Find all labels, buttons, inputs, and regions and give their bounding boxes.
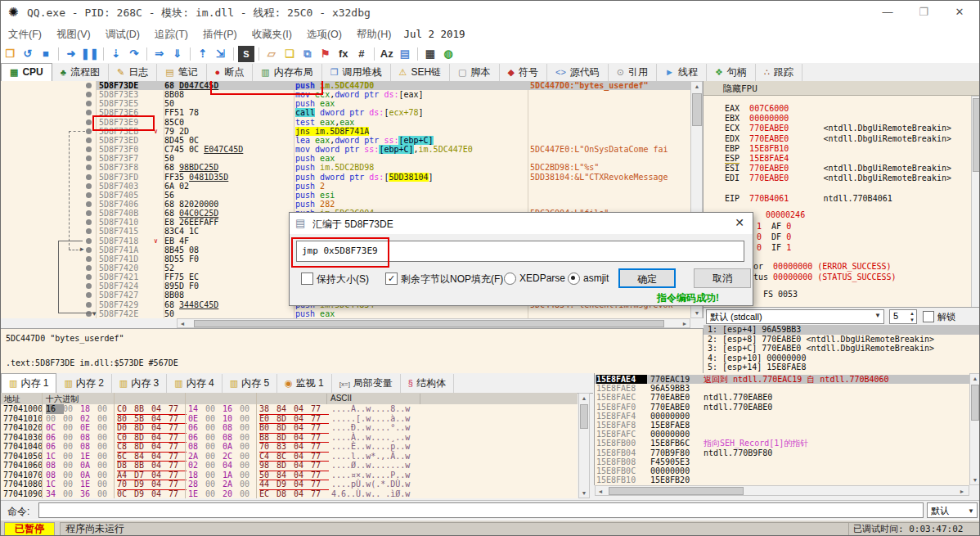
maximize-button[interactable]: ❐ (907, 1, 940, 24)
tab-内存 3[interactable]: ▥内存 3 (112, 374, 167, 393)
restart-icon[interactable]: ↺ (20, 46, 36, 62)
cancel-button[interactable]: 取消 (694, 268, 751, 288)
step-over-icon[interactable]: ↷ (126, 46, 142, 62)
disasm-row[interactable]: 5D8F73FDFF35 0481D35Dpush dword ptr ds:[… (97, 173, 690, 182)
notes-device-icon[interactable]: ▤ (397, 46, 413, 62)
scroll-thumb[interactable] (194, 320, 664, 327)
dump-row[interactable]: 7704104006000800C88D047708000A0070830477… (1, 442, 578, 452)
disasm-row[interactable]: 5D8F73F0C745 0C E047C45Dmov dword ptr ss… (97, 145, 690, 154)
disasm-row[interactable]: 5D8F740668 82020000push 282 (97, 200, 690, 209)
disasm-row[interactable]: 5D8F73F750push eax (97, 154, 690, 163)
calculator-icon[interactable]: ▦ (422, 46, 438, 62)
asmjit-radio[interactable] (568, 273, 580, 285)
step-into-icon[interactable]: ⇣ (108, 46, 124, 62)
dump-vertical-scrollbar[interactable]: ▲ ▼ (578, 393, 590, 498)
stack-row[interactable]: 15E8FAFC00000000 (595, 430, 969, 439)
argument-row[interactable]: 4: [esp+10] 00000000 (704, 354, 980, 363)
register-row[interactable]: EDI 770EABE0 <ntdll.DbgUiRemoteBreakin> (725, 173, 951, 183)
breakpoint-dot[interactable] (86, 228, 92, 234)
breakpoint-dot[interactable] (86, 292, 92, 298)
scroll-thumb[interactable] (971, 385, 979, 421)
breakpoint-dot[interactable] (86, 311, 92, 317)
disasm-row[interactable]: 5D8F73E38B08mov ecx,dword ptr ds:[eax] (97, 90, 690, 99)
hash-icon[interactable]: # (353, 46, 370, 62)
font-icon[interactable]: Az (379, 46, 395, 62)
tab-内存 2[interactable]: ▥内存 2 (56, 374, 111, 393)
scroll-left-icon[interactable]: ◄ (178, 320, 187, 328)
menu-item[interactable]: 选项(O) (299, 24, 349, 46)
function-icon[interactable]: fx (335, 46, 352, 62)
command-mode-select[interactable]: 默认 ▼ (927, 502, 978, 518)
tab-内存 4[interactable]: ▥内存 4 (167, 374, 222, 393)
globe-icon[interactable]: ◍ (440, 46, 456, 62)
scroll-thumb[interactable] (692, 93, 702, 126)
stack-row[interactable]: 15E8FB08F45905E3 (595, 457, 969, 466)
tab-断点[interactable]: ●断点 (207, 64, 254, 81)
script-s-icon[interactable]: S (238, 46, 254, 62)
ok-button[interactable]: 确定 (618, 268, 676, 288)
tab-脚本[interactable]: ▢脚本 (450, 64, 499, 81)
scroll-up-icon[interactable]: ▲ (579, 394, 589, 403)
disasm-row[interactable]: 5D8F73EB79 2D∨jns im.5D8F741A (97, 127, 690, 136)
dialog-close-icon[interactable]: ✕ (735, 216, 744, 229)
disasm-row[interactable]: 5D8F73ED8D45 0Clea eax,dword ptr ss:[ebp… (97, 136, 690, 145)
nop-fill-checkbox[interactable]: ✓ (385, 273, 398, 285)
tab-调用堆栈[interactable]: ❐调用堆栈 (322, 64, 391, 81)
stack-row[interactable]: 15E8FAEC770EABE0ntdll.770EABE0 (595, 393, 969, 402)
scroll-thumb[interactable] (973, 98, 980, 172)
breakpoint-dot[interactable] (86, 101, 92, 106)
breakpoint-dot[interactable] (86, 219, 92, 225)
tab-日志[interactable]: ✎日志 (109, 64, 157, 81)
run-to-user-icon[interactable]: ⇒ (151, 46, 168, 62)
tab-内存布局[interactable]: ▥内存布局 (253, 64, 321, 81)
breakpoint-dot[interactable] (86, 265, 92, 271)
pause-icon[interactable]: ❚❚ (81, 46, 99, 62)
xedparse-radio[interactable] (504, 273, 516, 285)
close-button[interactable]: ✕ (943, 1, 976, 24)
run-icon[interactable]: ➜ (63, 46, 79, 62)
register-row[interactable]: ESP 15E8FAE4 (725, 154, 789, 164)
breakpoint-dot[interactable] (86, 256, 92, 262)
execute-till-return-icon[interactable]: ⇡ (195, 46, 211, 62)
stack-horizontal-scrollbar[interactable]: ◄ ► (595, 485, 969, 496)
disasm-row[interactable]: 5D8F73E550push eax (97, 99, 690, 108)
breakpoint-dot[interactable] (86, 92, 92, 97)
tab-线程[interactable]: ►线程 (657, 64, 707, 81)
breakpoint-dot[interactable] (86, 183, 92, 189)
scroll-right-icon[interactable]: ► (680, 320, 690, 328)
bookmark-icon[interactable]: ⚑ (317, 46, 334, 62)
disasm-row[interactable]: 5D8F73E985C0test eax,eax (97, 118, 690, 127)
menu-item[interactable]: 帮助(H) (349, 24, 398, 46)
breakpoint-dot[interactable] (86, 137, 92, 143)
comment-icon[interactable]: ❏ (281, 46, 298, 62)
register-row[interactable]: EBX 00000000 (725, 114, 789, 124)
scroll-thumb[interactable] (609, 487, 744, 495)
arguments-panel[interactable]: 1: [esp+4] 96A59BB32: [esp+8] 770EABE0 <… (704, 325, 980, 373)
tab-跟踪[interactable]: ∴跟踪 (756, 64, 802, 81)
register-row[interactable]: EIP 770B4061 ntdll.770B4061 (725, 194, 892, 204)
hide-fpu-button[interactable]: 隐藏FPU (704, 81, 980, 96)
dump-row[interactable]: 770410501C001E006C8404772A002C00C48C0477… (1, 452, 578, 462)
breakpoint-dot[interactable] (86, 247, 92, 253)
breakpoint-dot[interactable] (86, 164, 92, 170)
registers-scrollbar[interactable] (971, 96, 980, 325)
menu-item[interactable]: 插件(P) (196, 24, 245, 46)
stack-row[interactable]: 15E8FAE4770EAC19返回到 ntdll.770EAC19 自 ntd… (595, 375, 969, 384)
disasm-row[interactable]: 5D8F73DE68 D047C45Dpush im.5DC447D05DC44… (97, 81, 690, 90)
breakpoint-dot[interactable] (86, 201, 92, 207)
menu-item[interactable]: 视图(V) (49, 24, 98, 46)
register-row[interactable]: ESI 770EABE0 <ntdll.DbgUiRemoteBreakin> (725, 164, 951, 173)
breakpoint-dot[interactable] (86, 174, 92, 180)
stack-row[interactable]: 15E8FB0015E8FB6C指向SEH_Record[1]的指针 (595, 439, 969, 448)
breakpoint-dot[interactable] (86, 146, 92, 152)
stop-icon[interactable]: ■ (38, 46, 54, 62)
keep-size-checkbox[interactable] (301, 273, 313, 285)
breakpoint-dot[interactable] (86, 210, 92, 216)
scroll-left-icon[interactable]: ◄ (596, 488, 605, 496)
disasm-row[interactable]: 5D8F73E6FF51 78call dword ptr ds:[ecx+78… (97, 108, 690, 117)
tab-源代码[interactable]: <>源代码 (547, 64, 609, 81)
disasm-row[interactable]: 5D8F742E50push eax (97, 309, 690, 318)
stack-vertical-scrollbar[interactable]: ▲ ▼ (969, 373, 980, 485)
dump-row[interactable]: 7704107008000A00A4D7047718001A0050840477… (1, 471, 578, 480)
dump-row[interactable]: 7704100016001800C08B04771400160038840477… (1, 404, 578, 414)
